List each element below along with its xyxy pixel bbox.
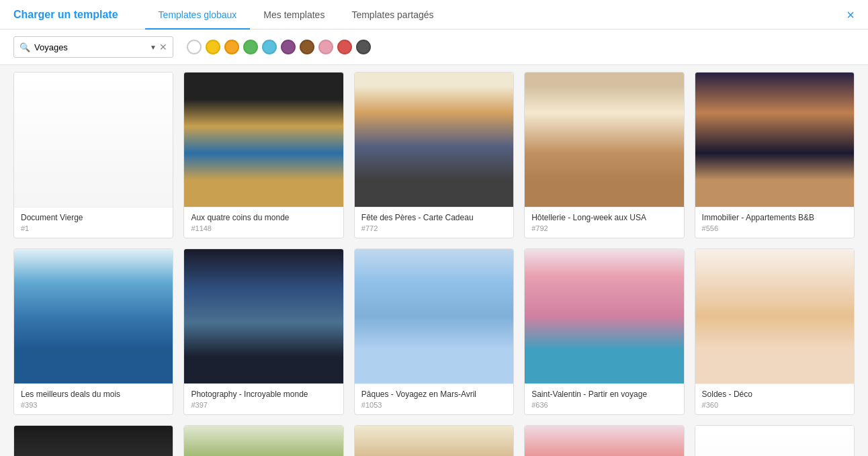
color-filter-purple[interactable]	[281, 40, 296, 54]
template-name: Les meilleurs deals du mois	[21, 390, 166, 399]
template-name: Immobilier - Appartements B&B	[702, 213, 847, 222]
template-thumbnail	[525, 73, 683, 207]
template-thumbnail	[14, 249, 173, 383]
template-thumbnail	[695, 249, 854, 383]
templates-grid: Document Vierge#1Aux quatre coins du mon…	[13, 72, 855, 456]
modal-header: Charger un template Templates globaux Me…	[0, 0, 868, 30]
template-card[interactable]: Aux quatre coins du monde#1148	[183, 72, 343, 238]
template-card[interactable]: Document Vierge#1	[13, 72, 173, 238]
color-filter-brown[interactable]	[300, 40, 314, 54]
template-name: Saint-Valentin - Partir en voyage	[531, 390, 677, 399]
template-info: Fête des Pères - Carte Cadeau#772	[355, 207, 513, 238]
template-info: Les meilleurs deals du mois#393	[14, 383, 173, 414]
template-name: Fête des Pères - Carte Cadeau	[361, 213, 507, 222]
template-card[interactable]	[13, 425, 173, 456]
template-card[interactable]	[354, 425, 514, 456]
dropdown-arrow-icon[interactable]: ▼	[150, 44, 157, 51]
clear-search-button[interactable]: ✕	[159, 42, 167, 52]
template-id: #636	[531, 401, 677, 409]
template-id: #397	[191, 401, 336, 409]
search-icon: 🔍	[19, 42, 30, 52]
search-box: 🔍 ▼ ✕	[13, 36, 173, 58]
tabs-container: Templates globaux Mes templates Template…	[145, 1, 847, 29]
color-filter-red[interactable]	[337, 40, 352, 54]
close-button[interactable]: ×	[847, 8, 855, 21]
template-card[interactable]: Soldes - Déco#360	[695, 248, 855, 415]
template-thumbnail	[355, 426, 513, 456]
template-name: Aux quatre coins du monde	[191, 213, 336, 222]
template-id: #556	[702, 224, 847, 232]
color-filter-yellow[interactable]	[206, 40, 220, 54]
color-filter-orange[interactable]	[224, 40, 239, 54]
template-thumbnail	[525, 249, 683, 383]
template-card[interactable]: Pâques - Voyagez en Mars-Avril#1053	[354, 248, 514, 415]
tab-mes-templates[interactable]: Mes templates	[250, 1, 338, 30]
templates-content: Document Vierge#1Aux quatre coins du mon…	[0, 65, 868, 456]
color-filter-dark[interactable]	[356, 40, 371, 54]
template-name: Document Vierge	[21, 213, 166, 222]
template-card[interactable]: Les meilleurs deals du mois#393	[13, 248, 173, 415]
color-filter-group	[187, 40, 371, 54]
template-thumbnail	[184, 73, 343, 207]
template-info: Photography - Incroyable monde#397	[184, 383, 343, 414]
template-card[interactable]: Immobilier - Appartements B&B#556	[695, 72, 855, 238]
template-name: Photography - Incroyable monde	[191, 390, 336, 399]
filter-bar: 🔍 ▼ ✕	[0, 30, 868, 65]
template-id: #360	[702, 401, 847, 409]
color-filter-green[interactable]	[243, 40, 258, 54]
color-filter-blue-light[interactable]	[262, 40, 277, 54]
template-thumbnail	[695, 426, 854, 456]
template-name: Soldes - Déco	[702, 390, 847, 399]
template-id: #1	[21, 224, 166, 232]
template-thumbnail	[355, 73, 513, 207]
modal-container: Charger un template Templates globaux Me…	[0, 0, 868, 456]
template-thumbnail	[14, 73, 173, 207]
template-card[interactable]: Hôtellerie - Long-week aux USA#792	[524, 72, 684, 238]
template-id: #1053	[361, 401, 507, 409]
color-filter-white[interactable]	[187, 40, 202, 54]
template-info: Aux quatre coins du monde#1148	[184, 207, 343, 238]
template-thumbnail	[184, 426, 343, 456]
tab-global[interactable]: Templates globaux	[145, 1, 251, 30]
search-input[interactable]	[34, 42, 147, 52]
template-name: Hôtellerie - Long-week aux USA	[531, 213, 677, 222]
modal-title[interactable]: Charger un template	[13, 9, 118, 21]
template-thumbnail	[525, 426, 683, 456]
template-info: Soldes - Déco#360	[695, 383, 854, 414]
template-card[interactable]: Fête des Pères - Carte Cadeau#772	[354, 72, 514, 238]
template-card[interactable]	[695, 425, 855, 456]
template-id: #393	[21, 401, 166, 409]
template-info: Document Vierge#1	[14, 207, 173, 238]
template-id: #792	[531, 224, 677, 232]
template-id: #772	[361, 224, 507, 232]
template-card[interactable]: Photography - Incroyable monde#397	[183, 248, 343, 415]
template-card[interactable]	[183, 425, 343, 456]
color-filter-pink[interactable]	[318, 40, 333, 54]
template-card[interactable]	[524, 425, 684, 456]
template-id: #1148	[191, 224, 336, 232]
tab-partages[interactable]: Templates partagés	[338, 1, 447, 30]
template-info: Pâques - Voyagez en Mars-Avril#1053	[355, 383, 513, 414]
template-info: Immobilier - Appartements B&B#556	[695, 207, 854, 238]
template-thumbnail	[695, 73, 854, 207]
template-card[interactable]: Saint-Valentin - Partir en voyage#636	[524, 248, 684, 415]
template-info: Saint-Valentin - Partir en voyage#636	[525, 383, 683, 414]
template-info: Hôtellerie - Long-week aux USA#792	[525, 207, 683, 238]
template-thumbnail	[355, 249, 513, 383]
template-thumbnail	[184, 249, 343, 383]
template-thumbnail	[14, 426, 173, 456]
template-name: Pâques - Voyagez en Mars-Avril	[361, 390, 507, 399]
